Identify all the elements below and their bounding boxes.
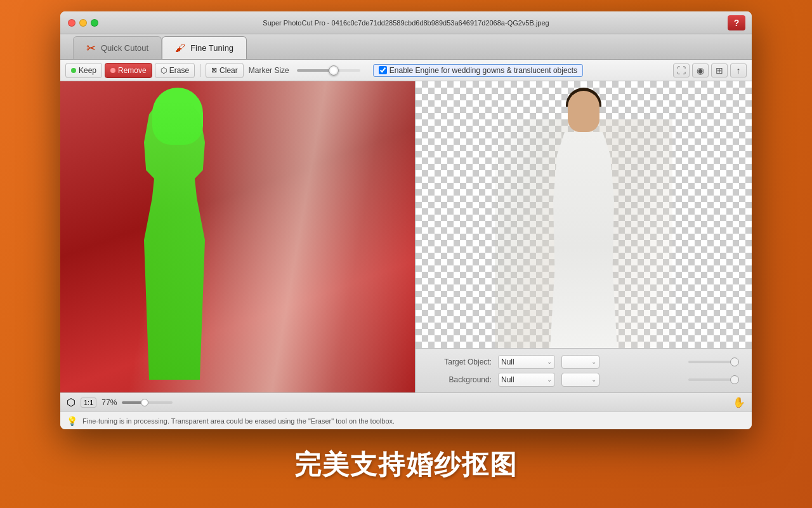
maximize-button[interactable]	[91, 19, 98, 27]
background-select-2[interactable]: ⌄	[561, 373, 599, 387]
export-button[interactable]: ↑	[730, 64, 747, 77]
camera-icon[interactable]: ⬡	[67, 396, 75, 408]
keep-dot	[71, 68, 76, 73]
engine-checkbox-input[interactable]	[379, 66, 387, 74]
tab-quick-cutout-label: Quick Cutout	[101, 43, 148, 53]
result-figure	[495, 81, 672, 373]
app-window: Super PhotoCut Pro - 0416c0c7de71dd28589…	[60, 11, 752, 429]
background-arrow: ⌄	[547, 376, 552, 383]
clear-label: Clear	[219, 66, 238, 75]
marker-size-slider[interactable]	[297, 69, 360, 72]
background-slider[interactable]	[688, 378, 739, 381]
tab-quick-cutout[interactable]: ✂ Quick Cutout	[73, 36, 162, 59]
traffic-lights	[68, 19, 98, 27]
bottom-caption: 完美支持婚纱抠图	[294, 447, 518, 483]
marker-size-label: Marker Size	[249, 66, 289, 75]
zoom-1-1-button[interactable]: 1:1	[81, 398, 96, 408]
scissors-icon: ✂	[86, 41, 96, 55]
target-object-value: Null	[501, 358, 514, 366]
main-content: Target Object: Null ⌄ ⌄ Background:	[60, 81, 752, 392]
tab-bar: ✂ Quick Cutout 🖌 Fine Tuning	[60, 34, 752, 60]
target-object-slider-thumb	[730, 358, 739, 366]
lightbulb-icon: 💡	[67, 416, 77, 426]
right-bottom-controls: Target Object: Null ⌄ ⌄ Background:	[416, 348, 752, 392]
window-title: Super PhotoCut Pro - 0416c0c7de71dd28589…	[263, 19, 549, 27]
zoom-level: 77%	[102, 398, 117, 407]
left-panel[interactable]	[60, 81, 416, 392]
keep-label: Keep	[79, 66, 96, 75]
remove-dot	[110, 68, 115, 73]
brush-icon: 🖌	[175, 43, 185, 54]
help-button[interactable]: ?	[728, 15, 745, 30]
zoom-slider-thumb	[141, 399, 148, 406]
target-object-slider[interactable]	[688, 361, 739, 363]
erase-button[interactable]: ⬡ Erase	[155, 63, 195, 78]
target-object-arrow: ⌄	[547, 358, 552, 365]
close-button[interactable]	[68, 19, 75, 27]
background-select[interactable]: Null ⌄	[498, 373, 555, 387]
image-view-button[interactable]: ⊞	[711, 64, 728, 77]
target-object-select[interactable]: Null ⌄	[498, 355, 555, 369]
clear-button[interactable]: ⊠ Clear	[206, 63, 244, 78]
background-row: Background: Null ⌄ ⌄	[428, 373, 739, 387]
tab-fine-tuning-label: Fine Tuning	[190, 43, 233, 53]
title-bar: Super PhotoCut Pro - 0416c0c7de71dd28589…	[60, 11, 752, 34]
target-object-select-2[interactable]: ⌄	[561, 355, 599, 369]
toolbar-right: ⛶ ◉ ⊞ ↑	[673, 64, 747, 77]
result-head	[568, 91, 599, 132]
target-object-2-arrow: ⌄	[591, 358, 596, 365]
remove-button[interactable]: Remove	[105, 63, 152, 78]
hand-tool-button[interactable]: ✋	[733, 396, 745, 408]
status-message: Fine-tuning is in processing. Transparen…	[82, 417, 395, 425]
eraser-icon: ⬡	[160, 66, 167, 75]
bottom-bar: ⬡ 1:1 77% ✋	[60, 392, 752, 411]
target-object-label: Target Object:	[428, 358, 492, 366]
target-object-row: Target Object: Null ⌄ ⌄	[428, 355, 739, 369]
status-bar: 💡 Fine-tuning is in processing. Transpar…	[60, 411, 752, 429]
minimize-button[interactable]	[79, 19, 87, 27]
separator-1	[200, 64, 200, 77]
background-value: Null	[501, 375, 514, 384]
background-label: Background:	[428, 375, 492, 384]
engine-checkbox-text: Enable Engine for wedding gowns & transl…	[390, 66, 577, 75]
right-panel[interactable]: Target Object: Null ⌄ ⌄ Background:	[416, 81, 752, 392]
clear-icon: ⊠	[211, 66, 217, 74]
remove-label: Remove	[118, 66, 147, 75]
tab-fine-tuning[interactable]: 🖌 Fine Tuning	[162, 36, 247, 59]
background-slider-thumb	[730, 375, 739, 384]
background-2-arrow: ⌄	[591, 376, 596, 383]
keep-button[interactable]: Keep	[65, 63, 102, 78]
erase-label: Erase	[169, 66, 189, 75]
veil-left-overlay	[60, 81, 415, 392]
expand-view-button[interactable]: ⛶	[673, 64, 690, 77]
result-dress	[546, 132, 622, 361]
toolbar: Keep Remove ⬡ Erase ⊠ Clear Marker Size	[60, 60, 752, 81]
zoom-slider[interactable]	[122, 401, 173, 404]
engine-checkbox-label[interactable]: Enable Engine for wedding gowns & transl…	[373, 64, 583, 77]
color-view-button[interactable]: ◉	[692, 64, 709, 77]
